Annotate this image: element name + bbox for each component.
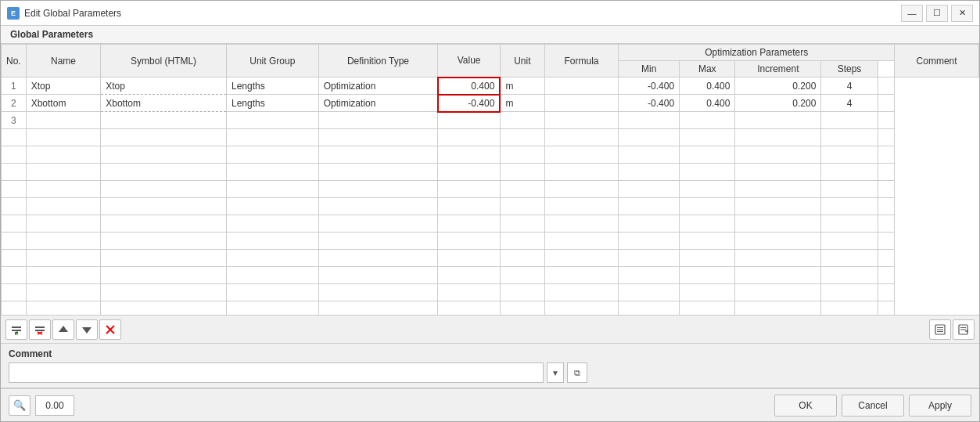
- cell-def-type[interactable]: Optimization: [318, 95, 438, 112]
- cell-value[interactable]: [438, 112, 501, 129]
- cell-unit[interactable]: m: [500, 78, 544, 95]
- svg-rect-15: [937, 327, 943, 328]
- cell-unit[interactable]: [500, 112, 544, 129]
- cell-formula[interactable]: [544, 112, 618, 129]
- cell-max[interactable]: 0.400: [680, 95, 735, 112]
- cell-comment[interactable]: [878, 78, 895, 95]
- comment-input-row: ▼ ⧉: [9, 362, 587, 383]
- cell-max[interactable]: [680, 112, 735, 129]
- cell-def-type[interactable]: Optimization: [318, 78, 438, 95]
- maximize-button[interactable]: ☐: [926, 5, 948, 22]
- clear-button[interactable]: [99, 319, 121, 340]
- cell-formula[interactable]: [544, 78, 618, 95]
- svg-rect-19: [960, 327, 966, 328]
- col-opt-params: Optimization Parameters: [619, 45, 895, 61]
- export-button-1[interactable]: [929, 319, 951, 340]
- cell-steps[interactable]: [821, 112, 878, 129]
- cell-name[interactable]: Xbottom: [26, 95, 101, 112]
- window-content: Global Parameters No. Name Symbol (HTML)…: [1, 26, 979, 421]
- cell-value[interactable]: -0.400: [438, 95, 501, 112]
- cell-comment[interactable]: [878, 95, 895, 112]
- table-toolbar: [1, 316, 979, 344]
- cell-min[interactable]: [619, 112, 680, 129]
- cell-formula[interactable]: [544, 95, 618, 112]
- app-icon: E: [7, 7, 20, 20]
- cancel-button[interactable]: Cancel: [842, 395, 904, 417]
- add-row-button[interactable]: [5, 319, 27, 340]
- cell-symbol[interactable]: Xtop: [101, 78, 227, 95]
- svg-rect-6: [35, 326, 45, 328]
- table-row-empty: [2, 284, 979, 301]
- col-def-type: Definition Type: [318, 45, 438, 78]
- parameters-table: No. Name Symbol (HTML) Unit Group Defini…: [1, 44, 979, 316]
- col-name: Name: [26, 45, 101, 78]
- move-up-button[interactable]: [52, 319, 74, 340]
- comment-copy-button[interactable]: ⧉: [567, 362, 587, 383]
- cell-no: 2: [2, 95, 27, 112]
- search-button[interactable]: 🔍: [9, 395, 31, 416]
- comment-input[interactable]: [9, 362, 544, 383]
- window-title: Edit Global Parameters: [24, 8, 901, 19]
- table-row[interactable]: 1 Xtop Xtop Lengths Optimization 0.400 m…: [2, 78, 979, 95]
- cell-unit[interactable]: m: [500, 95, 544, 112]
- svg-rect-1: [12, 330, 21, 331]
- cell-unit-group[interactable]: [226, 112, 318, 129]
- copy-icon: ⧉: [574, 368, 580, 378]
- svg-rect-17: [937, 331, 943, 332]
- table-row-empty: [2, 146, 979, 164]
- col-symbol: Symbol (HTML): [101, 45, 227, 78]
- cell-symbol[interactable]: [101, 112, 227, 129]
- cell-no: 3: [2, 112, 27, 129]
- parameters-table-area[interactable]: No. Name Symbol (HTML) Unit Group Defini…: [1, 44, 979, 316]
- toolbar-right: [929, 319, 975, 340]
- apply-button[interactable]: Apply: [909, 395, 971, 417]
- footer: 🔍 0.00 OK Cancel Apply: [1, 388, 979, 421]
- cell-symbol[interactable]: Xbottom: [101, 95, 227, 112]
- cell-min[interactable]: -0.400: [619, 78, 680, 95]
- table-row[interactable]: 2 Xbottom Xbottom Lengths Optimization -…: [2, 95, 979, 112]
- comment-label: Comment: [9, 348, 587, 359]
- cell-min[interactable]: -0.400: [619, 95, 680, 112]
- main-window: E Edit Global Parameters — ☐ ✕ Global Pa…: [0, 0, 980, 422]
- cell-value[interactable]: 0.400: [438, 78, 501, 95]
- col-comment: Comment: [895, 45, 979, 78]
- title-bar: E Edit Global Parameters — ☐ ✕: [1, 1, 979, 26]
- cell-increment[interactable]: 0.200: [735, 95, 821, 112]
- table-row-empty: [2, 301, 979, 316]
- move-down-button[interactable]: [76, 319, 98, 340]
- table-row-empty: [2, 198, 979, 215]
- cell-increment[interactable]: 0.200: [735, 78, 821, 95]
- cell-increment[interactable]: [735, 112, 821, 129]
- value-display: 0.00: [35, 395, 74, 416]
- table-row-empty: [2, 181, 979, 198]
- col-min: Min: [619, 61, 680, 78]
- col-unit: Unit: [500, 45, 544, 78]
- cell-no: 1: [2, 78, 27, 95]
- table-row-empty: [2, 250, 979, 267]
- cell-max[interactable]: 0.400: [680, 78, 735, 95]
- minimize-button[interactable]: —: [901, 5, 923, 22]
- cell-comment[interactable]: [878, 112, 895, 129]
- cell-name[interactable]: [26, 112, 101, 129]
- table-row[interactable]: 3: [2, 112, 979, 129]
- col-no: No.: [2, 45, 27, 78]
- ok-button[interactable]: OK: [774, 395, 837, 417]
- svg-rect-20: [960, 329, 966, 330]
- comment-dropdown-button[interactable]: ▼: [547, 362, 564, 383]
- svg-marker-10: [59, 326, 68, 332]
- search-icon: 🔍: [13, 399, 26, 411]
- export-button-2[interactable]: [953, 319, 975, 340]
- delete-row-button[interactable]: [29, 319, 51, 340]
- cell-name[interactable]: Xtop: [26, 78, 101, 95]
- cell-def-type[interactable]: [318, 112, 438, 129]
- col-increment: Increment: [735, 61, 821, 78]
- col-unit-group: Unit Group: [226, 45, 318, 78]
- cell-unit-group[interactable]: Lengths: [226, 78, 318, 95]
- comment-section: Comment ▼ ⧉: [9, 348, 587, 383]
- cell-steps[interactable]: 4: [821, 78, 878, 95]
- cell-steps[interactable]: 4: [821, 95, 878, 112]
- window-controls: — ☐ ✕: [901, 5, 973, 22]
- cell-unit-group[interactable]: Lengths: [226, 95, 318, 112]
- table-row-empty: [2, 129, 979, 146]
- close-button[interactable]: ✕: [951, 5, 973, 22]
